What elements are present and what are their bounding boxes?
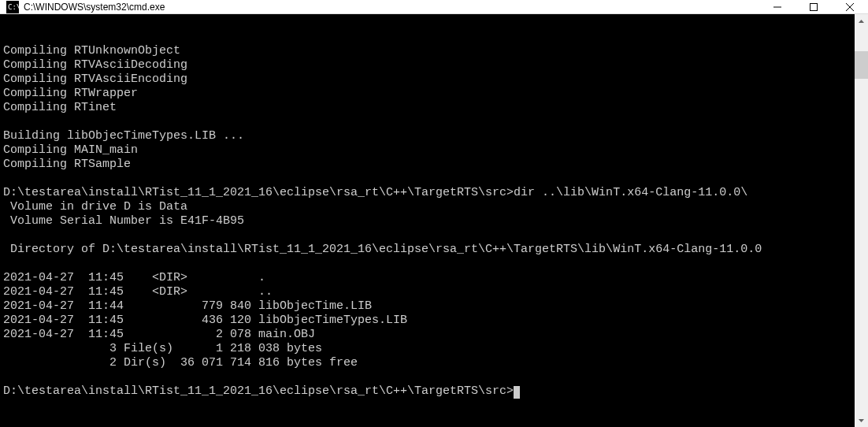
maximize-button[interactable] [796,0,832,13]
terminal-line: D:\testarea\install\RTist_11_1_2021_16\e… [3,384,855,399]
window-title: C:\WINDOWS\system32\cmd.exe [24,2,759,13]
content-wrapper: Compiling RTUnknownObjectCompiling RTVAs… [0,14,868,427]
terminal-line [3,257,855,271]
scroll-down-arrow-icon[interactable] [855,414,868,427]
terminal-line: 3 File(s) 1 218 038 bytes [3,342,855,356]
vertical-scrollbar[interactable] [855,14,868,427]
terminal-line: Compiling RTWrapper [3,87,855,101]
terminal-line [3,172,855,186]
terminal-line: Building libObjecTimeTypes.LIB ... [3,129,855,143]
terminal-line: 2021-04-27 11:44 779 840 libObjecTime.LI… [3,299,855,314]
terminal-line [3,370,855,384]
terminal-line: 2021-04-27 11:45 <DIR> . [3,271,855,285]
cmd-icon: C:\ [6,1,19,13]
terminal-line: Volume Serial Number is E41F-4B95 [3,214,855,228]
minimize-button[interactable] [759,0,796,13]
terminal-line: Compiling RTUnknownObject [3,44,855,58]
terminal-line [3,228,855,243]
terminal-line [3,115,855,129]
window-titlebar: C:\ C:\WINDOWS\system32\cmd.exe [0,0,868,14]
terminal-line: Compiling MAIN_main [3,143,855,158]
cursor [514,386,520,399]
scroll-up-arrow-icon[interactable] [855,14,868,28]
terminal-line: Directory of D:\testarea\install\RTist_1… [3,243,855,257]
terminal-line: D:\testarea\install\RTist_11_1_2021_16\e… [3,186,855,200]
terminal-line: 2021-04-27 11:45 2 078 main.OBJ [3,328,855,342]
terminal-line: Compiling RTVAsciiDecoding [3,58,855,72]
terminal-line: Compiling RTSample [3,158,855,172]
terminal-line: 2021-04-27 11:45 436 120 libObjecTimeTyp… [3,314,855,328]
terminal-line: Compiling RTinet [3,101,855,115]
close-button[interactable] [832,0,868,13]
window-controls [759,0,868,13]
scroll-thumb[interactable] [855,51,868,79]
terminal-output[interactable]: Compiling RTUnknownObjectCompiling RTVAs… [0,14,855,427]
svg-rect-3 [811,3,818,10]
terminal-line: Compiling RTVAsciiEncoding [3,72,855,87]
svg-text:C:\: C:\ [8,3,19,11]
terminal-line: 2021-04-27 11:45 <DIR> .. [3,285,855,299]
terminal-line: Volume in drive D is Data [3,200,855,214]
terminal-line: 2 Dir(s) 36 071 714 816 bytes free [3,356,855,370]
scroll-track[interactable] [855,28,868,414]
